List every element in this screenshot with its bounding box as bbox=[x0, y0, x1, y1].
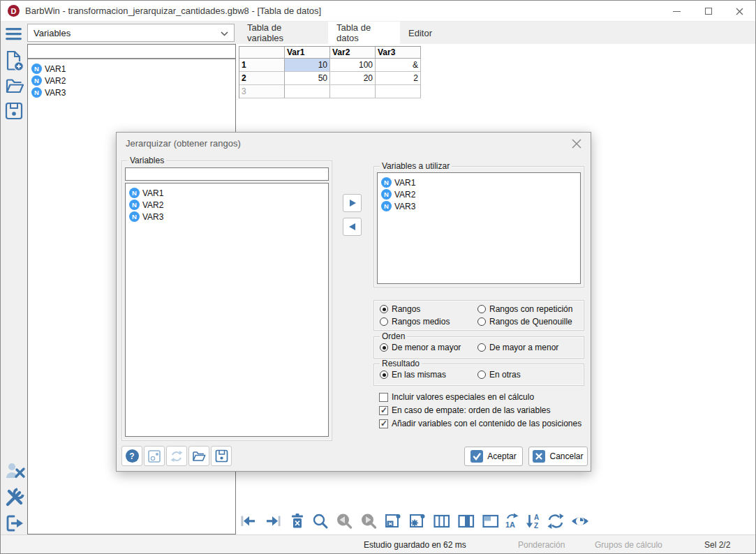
column-header-var3[interactable]: Var3 bbox=[376, 47, 421, 59]
numeric-variable-icon: N bbox=[381, 201, 392, 211]
column-header-var2[interactable]: Var2 bbox=[330, 47, 376, 59]
available-variable-var2[interactable]: N VAR2 bbox=[126, 199, 328, 211]
dialog-module-button[interactable] bbox=[144, 446, 165, 466]
delete-row-button[interactable] bbox=[288, 511, 307, 531]
cell-r2-var2[interactable]: 20 bbox=[330, 72, 376, 85]
tools-button[interactable] bbox=[3, 486, 26, 511]
cell-r1-var3[interactable]: & bbox=[376, 59, 421, 72]
search-next-icon bbox=[359, 511, 378, 531]
radio-rangos-medios[interactable]: Rangos medios bbox=[380, 317, 450, 327]
module-settings-icon bbox=[147, 449, 161, 463]
dialog-variables-search-input[interactable] bbox=[125, 167, 329, 181]
cancel-button[interactable]: Cancelar bbox=[528, 447, 588, 466]
tab-tabla-de-variables[interactable]: Tabla de variables bbox=[239, 22, 327, 44]
radio-menor-a-mayor[interactable]: De menor a mayor bbox=[380, 343, 461, 352]
cell-r3-var1[interactable] bbox=[285, 85, 330, 98]
tab-tabla-de-datos[interactable]: Tabla de datos bbox=[328, 22, 400, 44]
radio-en-otras[interactable]: En otras bbox=[477, 370, 521, 380]
available-variable-var1[interactable]: N VAR1 bbox=[126, 187, 328, 199]
variables-search-input[interactable] bbox=[28, 45, 235, 59]
hamburger-icon bbox=[6, 27, 22, 41]
dialog-close-button[interactable] bbox=[572, 139, 581, 149]
numeric-variable-icon: N bbox=[129, 200, 140, 210]
columns-filled-icon bbox=[457, 511, 476, 531]
open-file-button[interactable] bbox=[5, 77, 24, 98]
cell-r2-var3[interactable]: 2 bbox=[376, 72, 421, 85]
nav-first-button[interactable] bbox=[239, 511, 258, 531]
table-delete-icon bbox=[383, 511, 403, 531]
dialog-help-button[interactable]: ? bbox=[121, 446, 142, 466]
maximize-button[interactable] bbox=[692, 1, 724, 22]
svg-text:1A: 1A bbox=[505, 521, 515, 529]
sort-button[interactable]: A Z bbox=[524, 511, 543, 531]
checkbox-icon bbox=[379, 419, 388, 428]
checkbox-anadir-posiciones[interactable]: Añadir variables con el contenido de las… bbox=[379, 419, 581, 428]
row-header-1[interactable]: 1 bbox=[239, 59, 285, 72]
radio-label: En las mismas bbox=[392, 370, 446, 380]
search-next-button[interactable] bbox=[359, 511, 378, 531]
renumber-button[interactable]: 1A bbox=[502, 511, 521, 531]
variable-item-var3[interactable]: N VAR3 bbox=[28, 87, 235, 98]
table-corner-cell[interactable] bbox=[239, 47, 285, 59]
view-columns-filled-button[interactable] bbox=[457, 511, 476, 531]
save-button[interactable] bbox=[5, 102, 23, 123]
selected-variable-var1[interactable]: N VAR1 bbox=[378, 177, 580, 188]
numeric-variable-icon: N bbox=[31, 87, 42, 98]
accept-button[interactable]: Aceptar bbox=[464, 447, 523, 466]
view-columns-button[interactable] bbox=[432, 511, 452, 531]
selected-variable-var3[interactable]: N VAR3 bbox=[378, 200, 580, 212]
dialog-available-list: N VAR1 N VAR2 N VAR3 bbox=[125, 183, 329, 437]
table-settings-button[interactable] bbox=[408, 511, 427, 531]
menu-button[interactable] bbox=[6, 27, 22, 44]
close-button[interactable] bbox=[724, 1, 755, 22]
group-label: Orden bbox=[380, 331, 407, 341]
row-header-2[interactable]: 2 bbox=[239, 72, 285, 85]
minimize-button[interactable] bbox=[661, 1, 692, 22]
row-header-3[interactable]: 3 bbox=[239, 85, 285, 98]
status-grupos-calculo[interactable]: Grupos de cálculo bbox=[595, 540, 662, 550]
available-variable-var3[interactable]: N VAR3 bbox=[126, 211, 328, 223]
checkbox-valores-especiales[interactable]: Incluir valores especiales en el cálculo bbox=[379, 392, 534, 402]
radio-rangos-quenouille[interactable]: Rangos de Quenouille bbox=[477, 317, 572, 327]
exit-button[interactable] bbox=[5, 514, 24, 535]
radio-rangos-con-repeticion[interactable]: Rangos con repetición bbox=[477, 304, 572, 314]
close-icon bbox=[736, 8, 743, 15]
selected-variable-var2[interactable]: N VAR2 bbox=[378, 188, 580, 200]
status-bar: Estudio guardado en 62 ms Ponderación Gr… bbox=[1, 534, 756, 554]
view-panel-button[interactable] bbox=[481, 511, 501, 531]
preview-button[interactable] bbox=[570, 511, 590, 531]
search-previous-button[interactable] bbox=[334, 511, 354, 531]
refresh-button[interactable] bbox=[546, 511, 565, 531]
tab-editor[interactable]: Editor bbox=[401, 22, 439, 44]
nav-last-button[interactable] bbox=[263, 511, 283, 531]
new-file-button[interactable] bbox=[5, 50, 24, 75]
group-label: Resultado bbox=[380, 359, 422, 368]
cell-r3-var3[interactable] bbox=[376, 85, 421, 98]
delete-table-button[interactable] bbox=[383, 511, 403, 531]
variables-dropdown[interactable]: Variables bbox=[27, 24, 235, 42]
dialog-redo-button[interactable] bbox=[166, 446, 187, 466]
checkbox-empate-orden[interactable]: En caso de empate: orden de las variable… bbox=[379, 405, 550, 415]
radio-en-las-mismas[interactable]: En las mismas bbox=[380, 370, 446, 380]
move-right-button[interactable] bbox=[343, 194, 362, 212]
column-header-var1[interactable]: Var1 bbox=[285, 47, 330, 59]
variable-item-var1[interactable]: N VAR1 bbox=[28, 63, 235, 75]
variables-dropdown-value: Variables bbox=[34, 28, 71, 38]
move-left-button[interactable] bbox=[343, 218, 362, 236]
radio-rangos[interactable]: Rangos bbox=[380, 304, 420, 314]
dialog-save-button[interactable] bbox=[211, 446, 232, 466]
cell-r1-var1[interactable]: 10 bbox=[285, 59, 330, 72]
cell-r2-var1[interactable]: 50 bbox=[285, 72, 330, 85]
search-button[interactable] bbox=[311, 511, 330, 531]
radio-mayor-a-menor[interactable]: De mayor a menor bbox=[477, 343, 558, 352]
jerarquizar-dialog: Jerarquizar (obtener rangos) Variables N… bbox=[116, 132, 591, 472]
cell-r3-var2[interactable] bbox=[330, 85, 376, 98]
variable-item-var2[interactable]: N VAR2 bbox=[28, 75, 235, 87]
status-saved-message: Estudio guardado en 62 ms bbox=[364, 540, 466, 550]
cell-r1-var2[interactable]: 100 bbox=[330, 59, 376, 72]
dialog-open-button[interactable] bbox=[188, 446, 209, 466]
user-settings-button[interactable] bbox=[5, 461, 26, 484]
status-ponderacion[interactable]: Ponderación bbox=[518, 540, 565, 550]
app-window: D BarbWin - transformacion_jerarquizar_c… bbox=[0, 0, 756, 554]
minimize-icon bbox=[673, 11, 681, 12]
